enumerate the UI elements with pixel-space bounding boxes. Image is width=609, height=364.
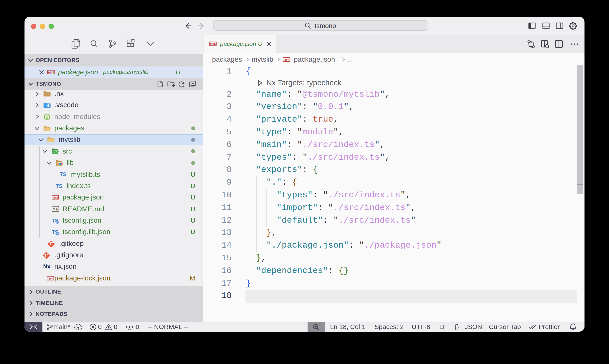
svg-text:npm: npm	[48, 276, 53, 280]
svg-text:S: S	[46, 115, 48, 119]
svg-text:Nx: Nx	[43, 263, 50, 270]
svg-text:npm: npm	[48, 70, 54, 74]
svg-text:TS: TS	[60, 171, 66, 177]
svg-text:TS: TS	[56, 183, 63, 189]
svg-text:M: M	[52, 207, 55, 211]
svg-text:npm: npm	[210, 42, 216, 46]
svg-text:</>: </>	[53, 151, 59, 154]
svg-text:npm: npm	[283, 58, 289, 61]
svg-text:npm: npm	[52, 195, 58, 199]
